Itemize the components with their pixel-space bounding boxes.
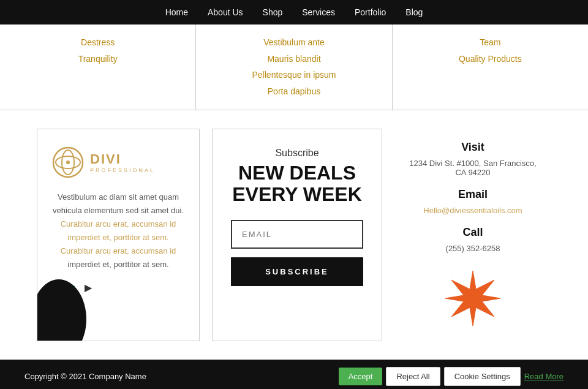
footer: Copyright © 2021 Company Name Accept Rej… <box>0 360 588 389</box>
logo-subtitle: PROFESSIONAL <box>90 167 155 173</box>
logo-icon <box>52 146 84 178</box>
nav-shop[interactable]: Shop <box>263 7 283 17</box>
visit-label: Visit <box>461 141 484 154</box>
footer-buttons: Accept Reject All Cookie Settings Read M… <box>339 367 564 386</box>
logo-text: DIVI PROFESSIONAL <box>90 151 155 173</box>
nav-blog[interactable]: Blog <box>405 7 423 17</box>
email-value[interactable]: Hello@diviessentialoils.com <box>423 206 522 215</box>
logo-area: DIVI PROFESSIONAL <box>52 146 184 178</box>
top-link-mauris[interactable]: Mauris blandit <box>267 51 320 67</box>
email-label: Email <box>458 188 488 201</box>
left-body-text: Vestibulum ac diam sit amet quam vehicul… <box>52 191 184 272</box>
phone-number: (255) 352-6258 <box>446 244 500 253</box>
visit-address: 1234 Divi St. #1000, San Francisco, CA 9… <box>407 159 539 177</box>
top-link-porta[interactable]: Porta dapibus <box>268 83 320 100</box>
top-col-2: Vestibulum ante Mauris blandit Pellentes… <box>196 25 392 110</box>
cookie-settings-button[interactable]: Cookie Settings <box>444 367 521 386</box>
contact-section: Visit 1234 Divi St. #1000, San Francisco… <box>394 129 551 341</box>
subscribe-button[interactable]: SUBSCRIBE <box>231 257 363 286</box>
left-box: DIVI PROFESSIONAL Vestibulum ac diam sit… <box>37 129 200 341</box>
email-input[interactable] <box>232 221 362 247</box>
reject-button[interactable]: Reject All <box>386 367 440 386</box>
logo-title: DIVI <box>90 151 155 167</box>
nav-home[interactable]: Home <box>165 7 188 17</box>
subscribe-label: Subscribe <box>275 148 318 159</box>
navbar: Home About Us Shop Services Portfolio Bl… <box>0 0 588 25</box>
top-link-pellentesque[interactable]: Pellentesque in ipsum <box>252 67 336 83</box>
nav-portfolio[interactable]: Portfolio <box>355 7 386 17</box>
accept-button[interactable]: Accept <box>339 368 383 385</box>
youtube-icon[interactable]: ▶ <box>85 282 92 293</box>
svg-marker-4 <box>445 271 500 326</box>
top-link-tranquility[interactable]: Tranquility <box>78 51 118 67</box>
nav-about[interactable]: About Us <box>208 7 243 17</box>
call-label: Call <box>462 226 483 239</box>
copyright-text: Copyright © 2021 Company Name <box>24 372 146 381</box>
main-content: DIVI PROFESSIONAL Vestibulum ac diam sit… <box>0 110 588 360</box>
subscribe-box: Subscribe NEW DEALS EVERY WEEK SUBSCRIBE <box>212 129 382 341</box>
nav-services[interactable]: Services <box>302 7 335 17</box>
top-col-3: Team Quality Products <box>393 25 588 110</box>
top-link-quality[interactable]: Quality Products <box>459 51 522 67</box>
read-more-button[interactable]: Read More <box>524 372 564 381</box>
starburst-decoration <box>442 268 503 329</box>
top-col-1: Destress Tranquility <box>0 25 196 110</box>
svg-point-3 <box>66 161 70 164</box>
subscribe-headline: NEW DEALS EVERY WEEK <box>232 162 362 205</box>
top-link-vestibulum[interactable]: Vestibulum ante <box>263 34 325 51</box>
top-section: Destress Tranquility Vestibulum ante Mau… <box>0 25 588 110</box>
email-input-wrap <box>231 220 363 249</box>
top-link-destress[interactable]: Destress <box>81 34 115 51</box>
top-link-team[interactable]: Team <box>480 34 500 51</box>
